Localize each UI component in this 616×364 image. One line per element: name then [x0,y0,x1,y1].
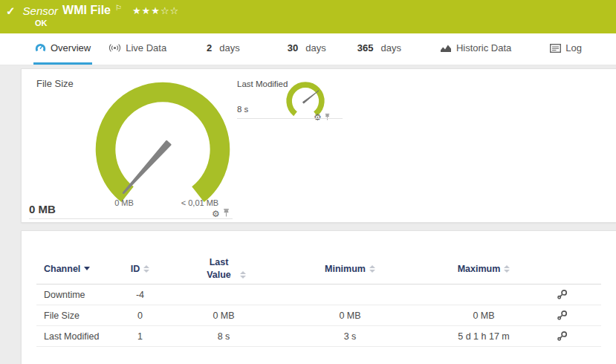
channel-settings-wrench-icon[interactable] [547,331,577,342]
sort-toggle-icon [504,265,510,273]
column-header-last-value[interactable]: Last Value [168,256,279,282]
table-row-last-modified: Last Modified 1 8 s 3 s 5 d 1 h 17 m [36,326,601,347]
primary-gauge-title: File Size [36,78,74,89]
tab-365-days[interactable]: 365 days [356,33,403,65]
channel-id: -4 [112,290,168,300]
tab-live-data-label: Live Data [126,42,166,53]
tab-log[interactable]: Log [548,33,583,65]
table-row-file-size: File Size 0 0 MB 0 MB 0 MB [36,305,601,326]
channel-maximum: 0 MB [421,311,547,321]
channel-maximum: 5 d 1 h 17 m [421,331,547,342]
channel-minimum: 3 s [279,331,421,342]
column-header-id[interactable]: ID [112,264,168,274]
tab-bar: Overview Live Data 2 days 30 days 365 da… [0,33,616,65]
tab-2-days-number: 2 [207,42,212,53]
priority-stars[interactable]: ★★★☆☆ [132,5,179,16]
live-data-icon [108,43,121,53]
channel-name: Last Modified [36,331,112,342]
channels-panel: Channel ID Last Value Minimum Maximum [21,230,616,364]
stars-filled[interactable]: ★★★ [132,5,161,16]
gauge-icon [35,42,46,53]
channel-last-value: 0 MB [168,311,279,321]
last-value-header-label: Last Value [202,256,236,282]
tab-30-days-label: days [305,42,325,53]
channel-id: 0 [112,311,168,321]
tab-overview[interactable]: Overview [33,33,92,65]
gauge-min-label: 0 MB [103,198,145,207]
tab-365-days-label: days [380,42,401,53]
channel-name: Downtime [36,290,112,300]
table-row-downtime: Downtime -4 [36,285,601,305]
mini-gauge-title: Last Modified [237,79,288,88]
channel-header-label: Channel [44,264,80,274]
sort-toggle-icon [369,265,375,273]
column-header-maximum[interactable]: Maximum [421,264,547,274]
tab-historic-data-label: Historic Data [456,42,511,53]
mini-gauge-pin-icon[interactable] [324,111,331,124]
maximum-header-label: Maximum [458,264,501,274]
channel-last-value: 8 s [168,331,279,342]
tab-30-days-number: 30 [288,42,298,53]
mini-gauge-settings-gear-icon[interactable]: ⚙ [314,113,322,122]
tab-log-label: Log [565,42,582,53]
primary-widget-divider [29,218,233,219]
sensor-status-bar: ✓ Sensor WMI File ⚐ ★★★☆☆ OK [0,0,616,33]
sensor-status-text: OK [35,19,48,27]
priority-flag-icon[interactable]: ⚐ [115,4,122,12]
column-header-minimum[interactable]: Minimum [279,264,421,274]
status-check-icon: ✓ [6,5,16,16]
mini-widget-divider [237,118,343,119]
minimum-header-label: Minimum [325,264,366,274]
area-chart-icon [440,43,452,53]
sort-toggle-icon [143,265,149,273]
log-icon [550,44,561,53]
gauge-settings-gear-icon[interactable]: ⚙ [212,209,220,218]
channel-settings-wrench-icon[interactable] [547,289,577,300]
tab-historic-data[interactable]: Historic Data [438,33,513,65]
channels-table: Channel ID Last Value Minimum Maximum [36,253,601,347]
mini-gauge-actions: ⚙ [314,111,331,124]
tab-2-days[interactable]: 2 days [205,33,241,65]
column-header-channel[interactable]: Channel [36,264,112,274]
gauges-panel: File Size 0 MB < 0,01 MB 0 MB ⚙ Last Mod… [21,68,616,223]
sort-toggle-icon [240,271,246,279]
channel-minimum: 0 MB [279,311,421,321]
tab-30-days[interactable]: 30 days [286,33,328,65]
gauge-max-label: < 0,01 MB [170,198,230,207]
sensor-title: WMI File [62,4,111,17]
table-header-row: Channel ID Last Value Minimum Maximum [36,253,601,285]
tab-live-data[interactable]: Live Data [107,33,168,65]
tab-2-days-label: days [219,42,239,53]
channel-name: File Size [36,311,112,321]
stars-empty[interactable]: ☆☆ [161,5,179,16]
channel-settings-wrench-icon[interactable] [547,310,577,321]
mini-gauge-value: 8 s [237,105,248,114]
tab-365-days-number: 365 [357,42,374,53]
sort-desc-icon [84,267,90,270]
channel-id: 1 [112,331,168,342]
primary-channel-value: 0 MB [29,203,56,215]
sensor-type-label: Sensor [23,4,59,17]
tab-overview-label: Overview [51,42,91,53]
id-header-label: ID [131,264,140,274]
